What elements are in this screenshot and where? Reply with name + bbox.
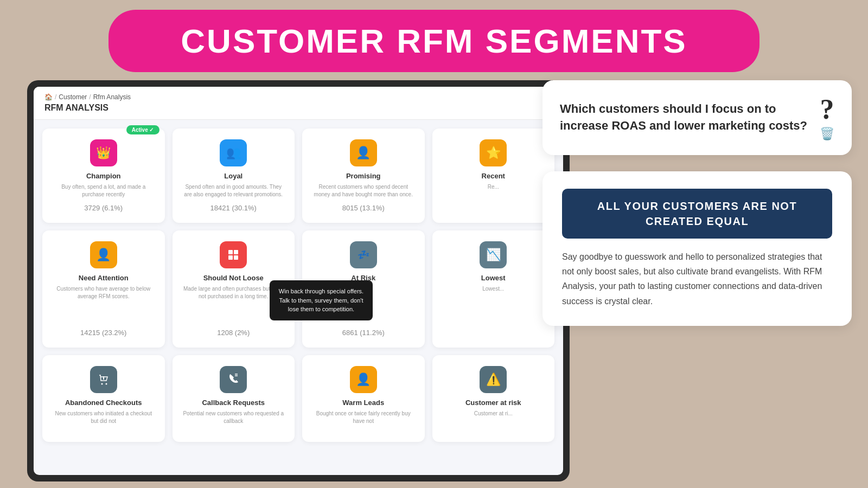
abandoned-desc: New customers who initiated a checkout b… [51,410,156,426]
card-lowest[interactable]: 📉 Lowest Lowest... [432,230,555,348]
cards-grid: Active 👑 Champion Buy often, spend a lot… [34,120,563,475]
info-box-body: Say goodbye to guesswork and hello to pe… [562,249,832,309]
laptop-screen: 🏠 / Customer / Rfm Analysis RFM ANALYSIS… [34,87,563,475]
loyal-title: Loyal [224,172,242,180]
warm-leads-title: Warm Leads [342,399,384,407]
promising-desc: Recent customers who spend decent money … [311,183,416,198]
trash-icon: 🗑️ [820,128,834,140]
lowest-desc: Lowest... [482,285,504,331]
card-abandoned-checkouts[interactable]: Abandoned Checkouts New customers who in… [42,355,165,442]
card-callback-requests[interactable]: Callback Requests Potential new customer… [173,355,295,442]
card-need-attention[interactable]: 👤 Need Attention Customers who have aver… [42,230,165,348]
callback-desc: Potential new customers who requested a … [181,410,286,426]
callback-icon [220,366,247,393]
question-bubble: Which customers should I focus on to inc… [542,80,852,155]
champion-icon: 👑 [90,139,117,166]
svg-rect-1 [234,250,238,254]
card-at-risk[interactable]: 💤 At Risk Win back through special offer… [302,230,425,348]
at-risk-tooltip: Win back through special offers. Talk to… [270,280,373,320]
abandoned-icon [90,366,117,393]
active-badge: Active [126,125,159,134]
should-not-loose-title: Should Not Loose [203,274,264,282]
info-box-header: ALL YOUR CUSTOMERS ARE NOT CREATED EQUAL [562,189,832,239]
card-customer-at-risk[interactable]: ⚠️ Customer at risk Customer at ri... [432,355,555,442]
should-not-loose-count: 1208 (2%) [217,329,250,337]
should-not-loose-icon [220,241,247,268]
champion-title: Champion [86,172,121,180]
need-attention-title: Need Attention [79,274,129,282]
champion-count: 3729 (6.1%) [84,204,123,212]
recent-desc: Re... [488,183,499,207]
svg-rect-3 [234,255,238,260]
lowest-icon: 📉 [480,241,507,268]
champion-desc: Buy often, spend a lot, and made a purch… [51,183,156,198]
abandoned-title: Abandoned Checkouts [65,399,142,407]
card-loyal[interactable]: 👥 Loyal Spend often and in good amounts.… [173,129,295,223]
top-banner: CUSTOMER RFM SEGMENTS [108,10,760,72]
callback-title: Callback Requests [202,399,265,407]
screen-header: 🏠 / Customer / Rfm Analysis RFM ANALYSIS [34,87,563,120]
svg-point-5 [105,383,107,385]
card-champion[interactable]: Active 👑 Champion Buy often, spend a lot… [42,129,165,223]
card-promising[interactable]: 👤 Promising Recent customers who spend d… [302,129,425,223]
promising-count: 8015 (13.1%) [342,204,385,212]
screen-title-bar: RFM ANALYSIS [44,103,552,113]
recent-title: Recent [482,172,505,180]
customer-risk-icon: ⚠️ [480,366,507,393]
promising-title: Promising [346,172,381,180]
breadcrumb-current: Rfm Analysis [93,93,131,101]
rfm-title: RFM ANALYSIS [44,103,108,113]
warm-leads-icon: 👤 [350,366,377,393]
need-attention-count: 14215 (23.2%) [80,329,126,337]
laptop-frame: 🏠 / Customer / Rfm Analysis RFM ANALYSIS… [27,80,570,481]
home-icon: 🏠 [44,93,53,101]
loyal-icon: 👥 [220,139,247,166]
card-recent[interactable]: ⭐ Recent Re... [432,129,555,223]
info-box: ALL YOUR CUSTOMERS ARE NOT CREATED EQUAL… [542,171,852,326]
recent-icon: ⭐ [480,139,507,166]
need-attention-desc: Customers who have average to below aver… [51,285,156,323]
card-warm-leads[interactable]: 👤 Warm Leads Bought once or twice fairly… [302,355,425,442]
breadcrumb-customer[interactable]: Customer [59,93,87,101]
breadcrumb: 🏠 / Customer / Rfm Analysis [44,93,552,101]
question-text: Which customers should I focus on to inc… [560,101,809,134]
svg-point-4 [101,383,103,385]
customer-risk-title: Customer at risk [465,399,521,407]
info-box-title: ALL YOUR CUSTOMERS ARE NOT CREATED EQUAL [575,198,819,229]
banner-title: CUSTOMER RFM SEGMENTS [141,22,727,60]
question-icon: ? 🗑️ [820,95,834,140]
svg-rect-0 [228,250,233,254]
svg-rect-2 [228,255,233,260]
need-attention-icon: 👤 [90,241,117,268]
warm-leads-desc: Bought once or twice fairly recently buy… [311,410,416,426]
lowest-title: Lowest [481,274,506,282]
right-side-panel: Which customers should I focus on to inc… [542,80,852,326]
at-risk-icon: 💤 [350,241,377,268]
loyal-count: 18421 (30.1%) [210,204,257,212]
at-risk-count: 6861 (11.2%) [342,329,385,337]
loyal-desc: Spend often and in good amounts. They ar… [181,183,286,198]
customer-risk-desc: Customer at ri... [474,410,513,426]
promising-icon: 👤 [350,139,377,166]
